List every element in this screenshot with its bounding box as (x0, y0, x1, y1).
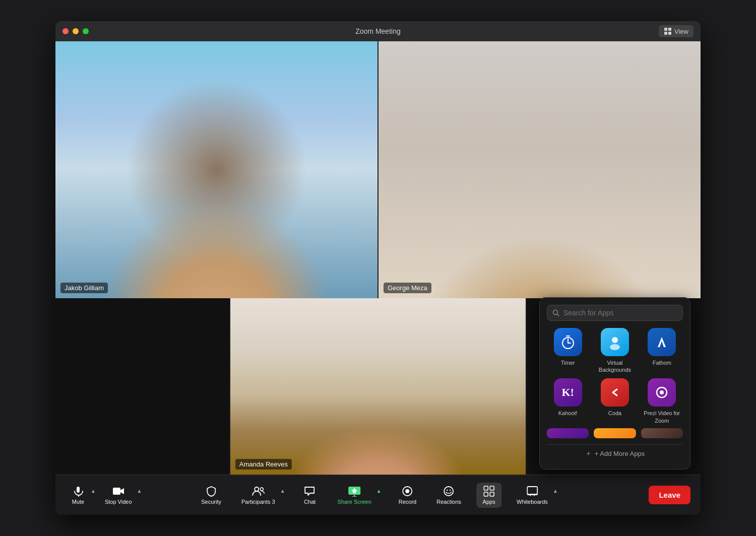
partial-app-1 (547, 428, 589, 438)
participants-icon (251, 486, 265, 497)
whiteboards-group: Whiteboards ▲ (512, 483, 560, 508)
reactions-button[interactable]: Reactions (431, 483, 466, 508)
share-screen-group: Share Screen ▲ (333, 483, 384, 508)
participants-button[interactable]: Participants 3 (236, 483, 280, 508)
participants-group: Participants 3 ▲ (236, 483, 287, 508)
svg-point-11 (610, 344, 620, 350)
minimize-button[interactable] (73, 28, 79, 34)
add-more-icon: ＋ (585, 449, 592, 458)
top-video-row: Jakob Gilliam George Meza (55, 41, 701, 298)
bottom-video-row: Amanda Reeves (55, 298, 701, 475)
jakob-name-tag: Jakob Gilliam (60, 283, 108, 293)
maximize-button[interactable] (83, 28, 89, 34)
reactions-icon (444, 486, 455, 497)
svg-rect-27 (484, 486, 488, 490)
app-item-coda[interactable]: Coda (594, 378, 636, 424)
video-caret[interactable]: ▲ (135, 486, 144, 496)
mute-button[interactable]: Mute (66, 483, 91, 508)
svg-point-25 (447, 489, 448, 490)
svg-point-26 (450, 489, 451, 490)
share-screen-button[interactable]: Share Screen (333, 483, 376, 508)
coda-app-label: Coda (608, 410, 621, 417)
svg-line-5 (557, 314, 559, 316)
record-label: Record (399, 499, 416, 505)
security-button[interactable]: Security (196, 483, 226, 508)
mute-caret[interactable]: ▲ (89, 486, 98, 496)
app-item-prezi[interactable]: Prezi Video for Zoom (641, 378, 683, 424)
record-icon (402, 486, 413, 497)
video-cell-amanda: Amanda Reeves (230, 298, 526, 475)
participants-caret[interactable]: ▲ (278, 486, 287, 496)
record-button[interactable]: Record (394, 483, 421, 508)
chat-button[interactable]: Chat (297, 483, 323, 508)
mute-group: Mute ▲ (66, 483, 98, 508)
apps-icon (483, 486, 494, 497)
apps-label: Apps (483, 499, 495, 505)
partial-app-3 (641, 428, 683, 438)
share-caret[interactable]: ▲ (374, 486, 384, 496)
amanda-name-tag: Amanda Reeves (235, 459, 292, 470)
svg-point-24 (445, 487, 454, 496)
kahoot-app-label: Kahoot! (558, 410, 578, 417)
whiteboards-caret[interactable]: ▲ (551, 486, 560, 496)
add-more-apps-button[interactable]: ＋ + Add More Apps (547, 444, 683, 462)
partial-app-2 (594, 428, 636, 438)
apps-grid: Timer Virtual Backgrounds (547, 328, 683, 424)
amanda-video (230, 298, 526, 475)
svg-rect-29 (484, 492, 488, 496)
toolbar-right: Leave (649, 486, 690, 504)
titlebar: Zoom Meeting View (55, 21, 701, 41)
whiteboards-label: Whiteboards (517, 499, 548, 505)
timer-app-icon (554, 328, 582, 356)
svg-marker-12 (658, 337, 666, 347)
stop-video-button[interactable]: Stop Video (100, 483, 137, 508)
share-screen-icon (348, 486, 361, 497)
mic-icon (73, 486, 84, 497)
app-item-vbg[interactable]: Virtual Backgrounds (594, 328, 636, 374)
participants-label: Participants 3 (241, 499, 275, 505)
timer-app-label: Timer (561, 359, 575, 366)
whiteboards-button[interactable]: Whiteboards (512, 483, 553, 508)
kahoot-app-icon: K! (554, 378, 582, 407)
coda-app-icon (601, 378, 629, 407)
svg-point-18 (255, 487, 259, 491)
view-button[interactable]: View (659, 25, 694, 37)
stop-video-group: Stop Video ▲ (100, 483, 144, 508)
apps-search-input[interactable] (563, 309, 677, 317)
whiteboard-icon (527, 486, 538, 497)
share-screen-label: Share Screen (338, 499, 371, 505)
prezi-app-label: Prezi Video for Zoom (641, 410, 683, 424)
apps-search-bar[interactable] (547, 305, 683, 321)
svg-point-10 (612, 337, 618, 343)
svg-rect-30 (490, 492, 494, 496)
svg-rect-3 (668, 32, 671, 35)
fathom-app-label: Fathom (653, 359, 671, 366)
jakob-video (55, 41, 377, 298)
prezi-app-icon (648, 378, 676, 407)
camera-icon (112, 486, 124, 497)
app-item-timer[interactable]: Timer (547, 328, 589, 374)
chat-icon (304, 486, 316, 497)
toolbar-left: Mute ▲ Stop Video ▲ (66, 483, 144, 508)
search-icon (552, 309, 559, 316)
vbg-app-label: Virtual Backgrounds (594, 359, 636, 374)
svg-point-19 (260, 488, 263, 491)
right-panel: Timer Virtual Backgrounds (527, 298, 701, 475)
window-title: Zoom Meeting (355, 27, 400, 35)
apps-button[interactable]: Apps (476, 483, 501, 508)
svg-rect-15 (77, 487, 80, 493)
app-item-fathom[interactable]: Fathom (641, 328, 683, 374)
security-label: Security (201, 499, 221, 505)
leave-button[interactable]: Leave (649, 486, 690, 504)
zoom-window: Zoom Meeting View Jakob Gilliam George M… (55, 21, 701, 515)
svg-rect-1 (668, 28, 671, 31)
partial-apps-row (547, 428, 683, 438)
app-item-kahoot[interactable]: K! Kahoot! (547, 378, 589, 424)
svg-point-14 (660, 390, 664, 394)
traffic-lights (62, 28, 89, 34)
fathom-app-icon (648, 328, 676, 356)
toolbar: Mute ▲ Stop Video ▲ (55, 475, 701, 515)
svg-rect-31 (527, 487, 537, 495)
video-area: Jakob Gilliam George Meza Amanda Reeves (55, 41, 701, 475)
close-button[interactable] (62, 28, 69, 34)
